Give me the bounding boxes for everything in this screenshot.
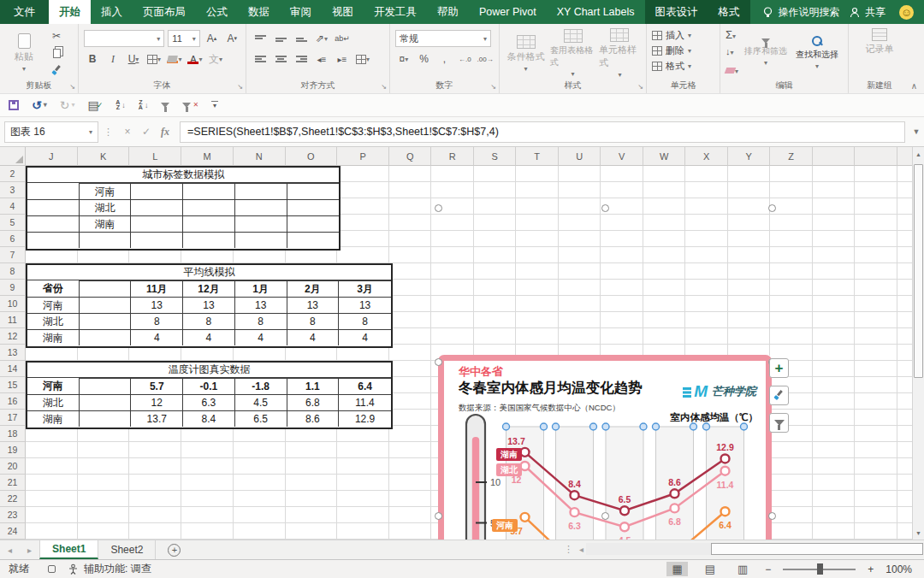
table-cell[interactable]: 8 xyxy=(131,313,183,329)
data-point[interactable] xyxy=(671,504,679,512)
row-header-19[interactable]: 19 xyxy=(0,442,26,458)
zoom-slider-thumb[interactable] xyxy=(817,563,823,575)
row-header-2[interactable]: 2 xyxy=(0,166,26,182)
row-header-20[interactable]: 20 xyxy=(0,458,26,475)
tab-图表设计[interactable]: 图表设计 xyxy=(645,0,708,24)
table-cell[interactable]: 8.6 xyxy=(287,410,340,427)
data-table-1[interactable]: 城市标签数据模拟河南湖北湖南 xyxy=(26,166,341,251)
row-header-23[interactable]: 23 xyxy=(0,507,26,523)
row-header-24[interactable]: 24 xyxy=(0,523,26,540)
chart-styles-button[interactable] xyxy=(769,386,789,405)
page-break-view-button[interactable]: ▥ xyxy=(732,562,753,576)
row-header-8[interactable]: 8 xyxy=(0,263,26,280)
row-header-14[interactable]: 14 xyxy=(0,361,26,377)
column-header-Q[interactable]: Q xyxy=(389,147,432,166)
cell-styles-button[interactable]: 单元格样式▾ xyxy=(599,28,641,79)
column-header-X[interactable]: X xyxy=(685,147,728,166)
table-cell[interactable]: 湖北 xyxy=(27,394,80,410)
data-point[interactable] xyxy=(620,522,629,531)
scroll-down-arrow[interactable]: ▼ xyxy=(913,526,924,540)
table-cell[interactable] xyxy=(80,313,132,329)
table-cell[interactable]: 8 xyxy=(339,313,391,329)
tab-数据[interactable]: 数据 xyxy=(238,0,280,24)
column-header-N[interactable]: N xyxy=(234,147,286,166)
customize-qat-button[interactable]: ▾ xyxy=(211,101,218,110)
expand-formula-bar-button[interactable]: ▼ xyxy=(909,127,924,136)
table-cell[interactable]: 13 xyxy=(339,297,391,313)
clear-filter-button[interactable]: ✕ xyxy=(182,102,198,109)
chart-resize-handle[interactable] xyxy=(768,204,776,212)
column-header-L[interactable]: L xyxy=(129,147,181,166)
chart-resize-handle[interactable] xyxy=(768,512,776,520)
decrease-indent-button[interactable]: ◂≡ xyxy=(313,51,330,67)
series-selection-handle[interactable] xyxy=(690,423,697,430)
table-cell[interactable]: -1.8 xyxy=(235,378,287,394)
font-name-select[interactable]: ▾ xyxy=(84,30,164,47)
data-point[interactable] xyxy=(721,454,730,463)
data-point[interactable] xyxy=(721,467,730,475)
column-header-P[interactable]: P xyxy=(337,147,389,166)
row-header-16[interactable]: 16 xyxy=(0,393,26,410)
undo-button[interactable]: ↺▾ xyxy=(32,99,47,111)
decrease-font-button[interactable]: A▾ xyxy=(223,31,240,46)
table-cell[interactable]: 6.3 xyxy=(183,394,235,410)
series-selection-handle[interactable] xyxy=(553,423,560,430)
table-cell[interactable] xyxy=(27,232,80,248)
table-cell[interactable] xyxy=(80,280,132,297)
row-header-22[interactable]: 22 xyxy=(0,491,26,507)
insert-cells-button[interactable]: 插入▾ xyxy=(652,29,714,42)
filter-button[interactable] xyxy=(161,103,169,108)
zoom-in-button[interactable]: + xyxy=(868,563,874,575)
autosum-button[interactable]: Σ▾ xyxy=(726,29,738,43)
row-header-7[interactable]: 7 xyxy=(0,247,26,263)
orientation-button[interactable]: ⇗▾ xyxy=(313,31,330,46)
table-cell[interactable]: 湖南 xyxy=(27,410,80,427)
format-as-table-button[interactable]: 套用表格格式▾ xyxy=(550,28,595,79)
clipboard-dialog-launcher[interactable]: ↘ xyxy=(69,84,75,91)
formula-input[interactable]: =SERIES(Sheet1!$B$7,Sheet1!$C$3:$H$3,She… xyxy=(180,121,905,143)
series-selection-handle[interactable] xyxy=(653,423,660,430)
data-point[interactable] xyxy=(571,508,579,516)
share-button[interactable]: 共享 xyxy=(850,5,886,20)
table-cell[interactable]: 12月 xyxy=(183,280,235,297)
tab-帮助[interactable]: 帮助 xyxy=(427,0,469,24)
horizontal-scrollbar[interactable]: ⋮ ◂ ▸ xyxy=(560,542,920,556)
number-dialog-launcher[interactable]: ↘ xyxy=(490,84,496,91)
percent-button[interactable]: % xyxy=(416,51,433,67)
column-header-O[interactable]: O xyxy=(286,147,338,166)
tab-视图[interactable]: 视图 xyxy=(322,0,364,24)
column-header-blank[interactable] xyxy=(855,147,897,166)
hscroll-left-arrow[interactable]: ◂ xyxy=(577,545,586,554)
table-cell[interactable]: 13 xyxy=(287,297,340,313)
accounting-format-button[interactable]: ¤▾ xyxy=(395,51,412,67)
table-cell[interactable] xyxy=(287,232,340,248)
table-cell[interactable]: -0.1 xyxy=(183,378,235,394)
table-cell[interactable] xyxy=(80,297,132,313)
table-cell[interactable] xyxy=(183,232,235,248)
tab-XY Chart Labels[interactable]: XY Chart Labels xyxy=(547,0,645,24)
sheet-nav-right[interactable]: ▸ xyxy=(20,540,39,559)
table-cell[interactable]: 6.8 xyxy=(287,394,340,410)
font-color-button[interactable]: A▾ xyxy=(187,51,204,67)
column-header-U[interactable]: U xyxy=(559,147,601,166)
row-header-21[interactable]: 21 xyxy=(0,475,26,491)
align-bottom-button[interactable] xyxy=(293,31,310,46)
row-header-17[interactable]: 17 xyxy=(0,410,26,426)
sort-desc-button[interactable]: ZA↓ xyxy=(139,100,149,111)
table-cell[interactable]: 13 xyxy=(235,297,287,313)
column-header-R[interactable]: R xyxy=(431,147,474,166)
data-table-2[interactable]: 平均线模拟省份11月12月1月2月3月河南1313131313湖北88888湖南… xyxy=(26,263,393,348)
column-header-M[interactable]: M xyxy=(181,147,234,166)
table-cell[interactable]: 4.5 xyxy=(235,394,287,410)
tab-页面布局[interactable]: 页面布局 xyxy=(133,0,196,24)
table-cell[interactable] xyxy=(287,215,340,232)
wrap-text-button[interactable]: ab↵ xyxy=(334,31,351,46)
italic-button[interactable]: I xyxy=(104,51,121,67)
table-cell[interactable] xyxy=(131,199,183,215)
sheet-tab-Sheet1[interactable]: Sheet1 xyxy=(39,540,98,559)
save-button[interactable] xyxy=(9,100,19,110)
table-cell[interactable]: 2月 xyxy=(287,280,340,297)
table-cell[interactable] xyxy=(131,232,183,248)
page-layout-view-button[interactable]: ▤ xyxy=(700,562,720,576)
chart-elements-button[interactable]: + xyxy=(769,358,789,378)
